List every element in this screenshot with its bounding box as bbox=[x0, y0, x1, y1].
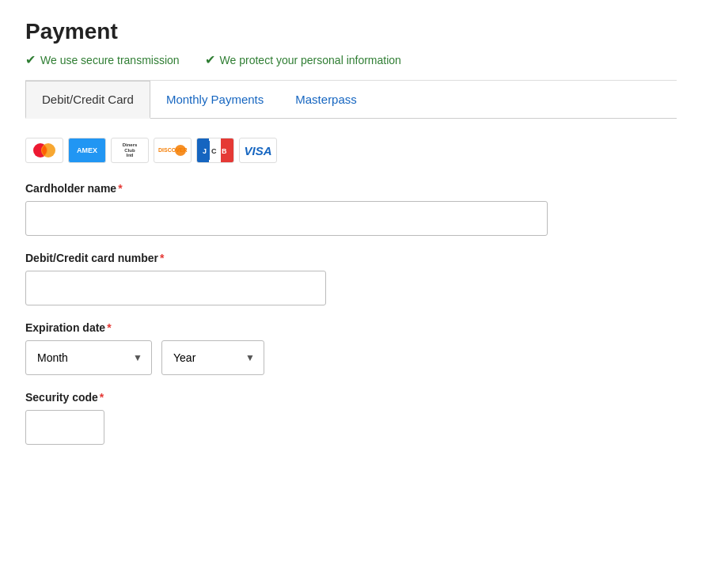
security-badge-label-1: We use secure transmission bbox=[40, 54, 180, 66]
discover-icon: DISCOVER bbox=[154, 138, 192, 163]
cardholder-name-label: Cardholder name* bbox=[25, 182, 677, 195]
mastercard-icon bbox=[25, 138, 63, 163]
year-select[interactable]: Year 2024 2025 2026 2027 2028 2029 2030 … bbox=[161, 340, 264, 375]
year-select-wrapper: Year 2024 2025 2026 2027 2028 2029 2030 … bbox=[161, 340, 264, 375]
card-number-input[interactable] bbox=[25, 271, 326, 305]
tab-masterpass[interactable]: Masterpass bbox=[279, 81, 373, 118]
security-badge-personal: ✔ We protect your personal information bbox=[205, 52, 401, 67]
month-select[interactable]: Month January February March April May J… bbox=[25, 340, 152, 375]
svg-text:C: C bbox=[211, 147, 217, 155]
expiration-date-group: Expiration date* Month January February … bbox=[25, 321, 677, 375]
cardholder-name-group: Cardholder name* bbox=[25, 182, 677, 236]
svg-text:B: B bbox=[222, 147, 227, 155]
security-code-group: Security code* bbox=[25, 391, 677, 445]
security-badge-label-2: We protect your personal information bbox=[220, 54, 401, 66]
expiration-date-label: Expiration date* bbox=[25, 321, 677, 334]
security-code-input[interactable] bbox=[25, 410, 104, 445]
visa-icon: VISA bbox=[239, 138, 277, 163]
card-number-label: Debit/Credit card number* bbox=[25, 252, 677, 264]
amex-icon: AMEX bbox=[68, 138, 106, 163]
card-number-group: Debit/Credit card number* bbox=[25, 252, 677, 305]
svg-text:J: J bbox=[203, 147, 207, 155]
tab-debit-credit[interactable]: Debit/Credit Card bbox=[25, 81, 150, 119]
check-icon-1: ✔ bbox=[25, 52, 36, 67]
tab-monthly-payments[interactable]: Monthly Payments bbox=[150, 81, 279, 118]
tabs-container: Debit/Credit Card Monthly Payments Maste… bbox=[25, 81, 677, 119]
cardholder-name-input[interactable] bbox=[25, 201, 548, 236]
svg-point-4 bbox=[175, 145, 186, 156]
month-select-wrapper: Month January February March April May J… bbox=[25, 340, 152, 375]
card-icons-row: AMEX DinersClubIntl DISCOVER J C B bbox=[25, 138, 677, 163]
jcb-icon: J C B bbox=[196, 138, 234, 163]
page-title: Payment bbox=[25, 19, 677, 44]
security-code-label: Security code* bbox=[25, 391, 677, 404]
check-icon-2: ✔ bbox=[205, 52, 215, 67]
diners-icon: DinersClubIntl bbox=[111, 138, 149, 163]
security-badge-transmission: ✔ We use secure transmission bbox=[25, 52, 180, 67]
expiry-row: Month January February March April May J… bbox=[25, 340, 677, 375]
security-badges: ✔ We use secure transmission ✔ We protec… bbox=[25, 52, 677, 67]
page-container: Payment ✔ We use secure transmission ✔ W… bbox=[0, 0, 702, 480]
